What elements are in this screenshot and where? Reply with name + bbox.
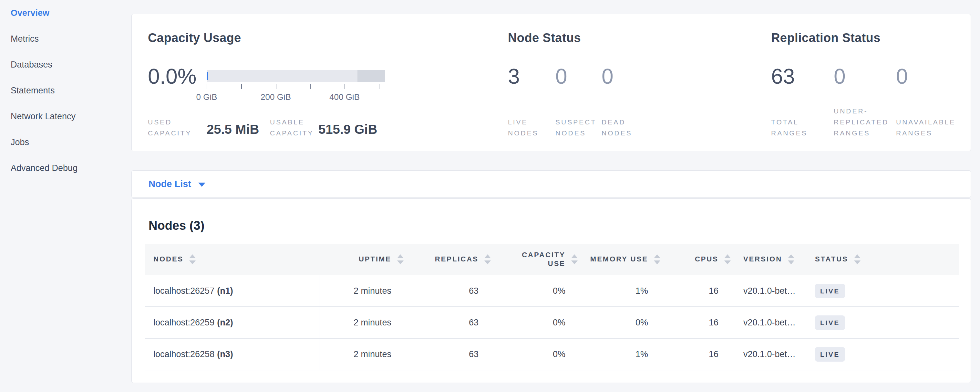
capacity-use-cell: 0% — [491, 275, 578, 307]
sort-icon — [788, 254, 794, 265]
nodes-table-card: Nodes (3) NODES UPTIME — [131, 198, 971, 383]
nodes-table: NODES UPTIME REPLICAS — [145, 244, 959, 370]
total-ranges-label: TOTAL RANGES — [771, 117, 808, 139]
capacity-usage-panel: Capacity Usage 0.0% 0 GiB 200 GiB 400 Gi… — [148, 14, 506, 151]
node-link[interactable]: localhost:26257(n1) — [153, 286, 233, 296]
version-cell: v20.1.0-bet… — [731, 307, 804, 338]
capacity-used-percent: 0.0% — [148, 65, 196, 87]
cpus-cell: 16 — [660, 307, 731, 338]
total-ranges-count: 63 — [771, 65, 795, 87]
status-badge: LIVE — [815, 316, 845, 330]
column-header-cpus[interactable]: CPUS — [660, 244, 731, 275]
memory-use-cell: 1% — [578, 338, 660, 370]
suspect-nodes-count: 0 — [555, 65, 567, 87]
sidebar-item-metrics[interactable]: Metrics — [0, 26, 131, 52]
uptime-cell: 2 minutes — [319, 338, 404, 370]
sidebar-item-advanced-debug[interactable]: Advanced Debug — [0, 155, 131, 181]
column-header-capacity-use[interactable]: CAPACITY USE — [491, 244, 578, 275]
table-row: localhost:26258(n3) 2 minutes 63 0% 1% 1… — [145, 338, 959, 370]
node-list-dropdown-label: Node List — [148, 179, 191, 190]
node-list-card: Node List — [131, 170, 971, 198]
under-replicated-ranges-label: UNDER- REPLICATED RANGES — [834, 106, 889, 139]
used-capacity-label: USED CAPACITY — [148, 117, 191, 139]
capacity-use-cell: 0% — [491, 307, 578, 338]
column-header-nodes[interactable]: NODES — [145, 244, 319, 275]
live-nodes-label: LIVE NODES — [508, 117, 539, 139]
sort-icon — [854, 254, 861, 265]
capacity-gauge-ticks — [207, 84, 385, 89]
memory-use-cell: 0% — [578, 307, 660, 338]
version-cell: v20.1.0-bet… — [731, 338, 804, 370]
sidebar-item-jobs[interactable]: Jobs — [0, 129, 131, 155]
status-badge: LIVE — [815, 284, 845, 298]
status-badge: LIVE — [815, 347, 845, 362]
capacity-use-cell: 0% — [491, 338, 578, 370]
column-header-version[interactable]: VERSION — [731, 244, 804, 275]
capacity-gauge-dark-segment — [358, 70, 385, 82]
node-status-panel: Node Status 3 0 0 LIVE NODES SUSPECT NOD… — [508, 14, 766, 151]
uptime-cell: 2 minutes — [319, 307, 404, 338]
replicas-cell: 63 — [404, 307, 491, 338]
usable-capacity-label: USABLE CAPACITY — [270, 117, 313, 139]
node-status-title: Node Status — [508, 31, 581, 45]
node-list-dropdown[interactable]: Node List — [132, 171, 970, 198]
sort-icon — [484, 254, 491, 265]
sort-icon — [724, 254, 731, 265]
sidebar-item-databases[interactable]: Databases — [0, 52, 131, 78]
capacity-gauge-bar — [207, 70, 385, 82]
cpus-cell: 16 — [660, 338, 731, 370]
used-capacity-marker — [207, 72, 208, 80]
sidebar-item-statements[interactable]: Statements — [0, 78, 131, 104]
table-row: localhost:26257(n1) 2 minutes 63 0% 1% 1… — [145, 275, 959, 307]
used-capacity-value: 25.5 MiB — [207, 122, 259, 137]
column-header-uptime[interactable]: UPTIME — [319, 244, 404, 275]
suspect-nodes-label: SUSPECT NODES — [555, 117, 597, 139]
replication-status-title: Replication Status — [771, 31, 881, 45]
table-header-row: NODES UPTIME REPLICAS — [145, 244, 959, 275]
status-cell: LIVE — [804, 275, 959, 307]
uptime-cell: 2 minutes — [319, 275, 404, 307]
status-cell: LIVE — [804, 338, 959, 370]
column-header-replicas[interactable]: REPLICAS — [404, 244, 491, 275]
replicas-cell: 63 — [404, 338, 491, 370]
usable-capacity-value: 515.9 GiB — [318, 122, 377, 137]
sort-icon — [571, 254, 578, 265]
under-replicated-ranges-count: 0 — [834, 65, 846, 87]
version-cell: v20.1.0-bet… — [731, 275, 804, 307]
axis-label: 200 GiB — [261, 92, 291, 102]
sort-icon — [654, 254, 660, 265]
sort-icon — [397, 254, 404, 265]
replication-status-panel: Replication Status 63 0 0 TOTAL RANGES U… — [771, 14, 971, 151]
capacity-usage-title: Capacity Usage — [148, 31, 241, 45]
dead-nodes-label: DEAD NODES — [601, 117, 632, 139]
axis-label: 400 GiB — [329, 92, 360, 102]
node-link[interactable]: localhost:26258(n3) — [153, 349, 233, 359]
nodes-table-heading: Nodes (3) — [148, 219, 204, 233]
column-header-memory-use[interactable]: MEMORY USE — [578, 244, 660, 275]
node-link[interactable]: localhost:26259(n2) — [153, 318, 233, 327]
cluster-summary-card: Capacity Usage 0.0% 0 GiB 200 GiB 400 Gi… — [131, 14, 971, 151]
status-cell: LIVE — [804, 307, 959, 338]
cpus-cell: 16 — [660, 275, 731, 307]
replicas-cell: 63 — [404, 275, 491, 307]
sidebar-item-network-latency[interactable]: Network Latency — [0, 104, 131, 129]
unavailable-ranges-label: UNAVAILABLE RANGES — [896, 117, 955, 139]
axis-label: 0 GiB — [196, 92, 217, 102]
sort-icon — [189, 254, 196, 265]
dead-nodes-count: 0 — [601, 65, 614, 87]
chevron-down-icon — [198, 183, 205, 187]
live-nodes-count: 3 — [508, 65, 520, 87]
capacity-gauge: 0 GiB 200 GiB 400 GiB — [207, 70, 385, 102]
sidebar-item-overview[interactable]: Overview — [0, 0, 131, 26]
memory-use-cell: 1% — [578, 275, 660, 307]
sidebar: Overview Metrics Databases Statements Ne… — [0, 0, 131, 392]
column-header-status[interactable]: STATUS — [804, 244, 959, 275]
table-row: localhost:26259(n2) 2 minutes 63 0% 0% 1… — [145, 307, 959, 338]
unavailable-ranges-count: 0 — [896, 65, 908, 87]
